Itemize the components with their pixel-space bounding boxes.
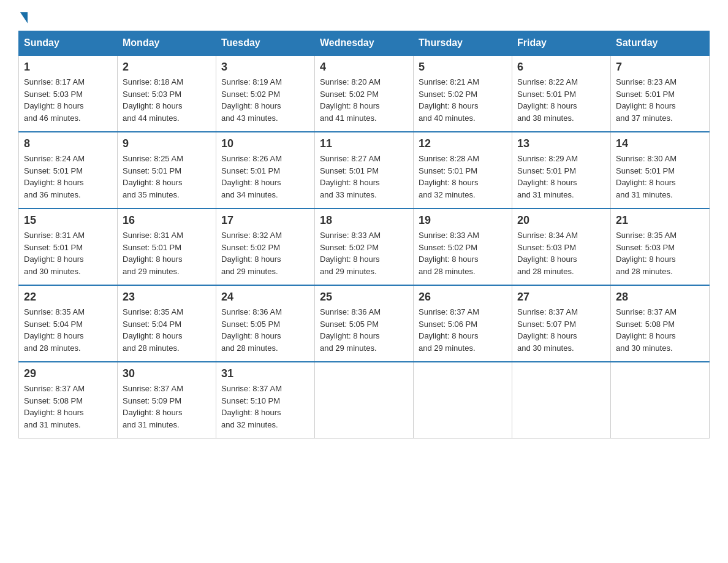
day-number: 13 [517,137,605,150]
day-number: 23 [123,291,211,304]
header-day-sunday: Sunday [19,31,118,56]
day-cell-13: 13Sunrise: 8:29 AMSunset: 5:01 PMDayligh… [512,132,611,209]
day-info: Sunrise: 8:22 AMSunset: 5:01 PMDaylight:… [517,76,605,124]
day-number: 2 [123,61,211,74]
header-day-saturday: Saturday [611,31,710,56]
day-cell-19: 19Sunrise: 8:33 AMSunset: 5:02 PMDayligh… [414,209,512,285]
day-cell-12: 12Sunrise: 8:28 AMSunset: 5:01 PMDayligh… [414,132,512,209]
day-number: 12 [419,137,507,150]
header-day-tuesday: Tuesday [216,31,315,56]
day-info: Sunrise: 8:18 AMSunset: 5:03 PMDaylight:… [123,76,211,124]
day-info: Sunrise: 8:34 AMSunset: 5:03 PMDaylight:… [517,229,605,277]
empty-cell [512,362,611,439]
day-cell-23: 23Sunrise: 8:35 AMSunset: 5:04 PMDayligh… [118,285,216,362]
day-info: Sunrise: 8:31 AMSunset: 5:01 PMDaylight:… [123,229,211,277]
day-info: Sunrise: 8:30 AMSunset: 5:01 PMDaylight:… [616,153,704,201]
day-cell-6: 6Sunrise: 8:22 AMSunset: 5:01 PMDaylight… [512,55,611,132]
day-cell-26: 26Sunrise: 8:37 AMSunset: 5:06 PMDayligh… [414,285,512,362]
day-number: 14 [616,137,704,150]
day-number: 15 [24,214,112,227]
day-number: 19 [419,214,507,227]
day-info: Sunrise: 8:36 AMSunset: 5:05 PMDaylight:… [221,306,309,354]
day-cell-31: 31Sunrise: 8:37 AMSunset: 5:10 PMDayligh… [216,362,315,439]
day-cell-20: 20Sunrise: 8:34 AMSunset: 5:03 PMDayligh… [512,209,611,285]
day-cell-29: 29Sunrise: 8:37 AMSunset: 5:08 PMDayligh… [19,362,118,439]
day-info: Sunrise: 8:35 AMSunset: 5:03 PMDaylight:… [616,229,704,277]
calendar-body: 1Sunrise: 8:17 AMSunset: 5:03 PMDaylight… [19,55,710,439]
day-number: 3 [221,61,309,74]
day-info: Sunrise: 8:25 AMSunset: 5:01 PMDaylight:… [123,153,211,201]
day-number: 7 [616,61,704,74]
header-day-monday: Monday [118,31,216,56]
day-info: Sunrise: 8:37 AMSunset: 5:08 PMDaylight:… [616,306,704,354]
day-info: Sunrise: 8:24 AMSunset: 5:01 PMDaylight:… [24,153,112,201]
day-info: Sunrise: 8:27 AMSunset: 5:01 PMDaylight:… [320,153,408,201]
empty-cell [414,362,512,439]
day-info: Sunrise: 8:19 AMSunset: 5:02 PMDaylight:… [221,76,309,124]
day-cell-7: 7Sunrise: 8:23 AMSunset: 5:01 PMDaylight… [611,55,710,132]
day-cell-3: 3Sunrise: 8:19 AMSunset: 5:02 PMDaylight… [216,55,315,132]
day-info: Sunrise: 8:33 AMSunset: 5:02 PMDaylight:… [419,229,507,277]
header-day-friday: Friday [512,31,611,56]
day-info: Sunrise: 8:32 AMSunset: 5:02 PMDaylight:… [221,229,309,277]
day-number: 20 [517,214,605,227]
day-info: Sunrise: 8:17 AMSunset: 5:03 PMDaylight:… [24,76,112,124]
day-cell-14: 14Sunrise: 8:30 AMSunset: 5:01 PMDayligh… [611,132,710,209]
day-cell-17: 17Sunrise: 8:32 AMSunset: 5:02 PMDayligh… [216,209,315,285]
day-number: 26 [419,291,507,304]
day-cell-22: 22Sunrise: 8:35 AMSunset: 5:04 PMDayligh… [19,285,118,362]
day-cell-16: 16Sunrise: 8:31 AMSunset: 5:01 PMDayligh… [118,209,216,285]
day-number: 18 [320,214,408,227]
day-cell-21: 21Sunrise: 8:35 AMSunset: 5:03 PMDayligh… [611,209,710,285]
day-cell-15: 15Sunrise: 8:31 AMSunset: 5:01 PMDayligh… [19,209,118,285]
day-info: Sunrise: 8:35 AMSunset: 5:04 PMDaylight:… [123,306,211,354]
week-row-3: 15Sunrise: 8:31 AMSunset: 5:01 PMDayligh… [19,209,710,285]
day-cell-9: 9Sunrise: 8:25 AMSunset: 5:01 PMDaylight… [118,132,216,209]
day-info: Sunrise: 8:37 AMSunset: 5:10 PMDaylight:… [221,383,309,431]
day-cell-18: 18Sunrise: 8:33 AMSunset: 5:02 PMDayligh… [315,209,414,285]
day-number: 17 [221,214,309,227]
day-cell-1: 1Sunrise: 8:17 AMSunset: 5:03 PMDaylight… [19,55,118,132]
calendar-header: SundayMondayTuesdayWednesdayThursdayFrid… [19,31,710,56]
day-number: 21 [616,214,704,227]
day-info: Sunrise: 8:23 AMSunset: 5:01 PMDaylight:… [616,76,704,124]
day-info: Sunrise: 8:20 AMSunset: 5:02 PMDaylight:… [320,76,408,124]
logo [18,12,28,25]
day-cell-30: 30Sunrise: 8:37 AMSunset: 5:09 PMDayligh… [118,362,216,439]
day-number: 11 [320,137,408,150]
day-info: Sunrise: 8:33 AMSunset: 5:02 PMDaylight:… [320,229,408,277]
day-info: Sunrise: 8:36 AMSunset: 5:05 PMDaylight:… [320,306,408,354]
header-day-thursday: Thursday [414,31,512,56]
header-row: SundayMondayTuesdayWednesdayThursdayFrid… [19,31,710,56]
day-number: 22 [24,291,112,304]
day-number: 31 [221,367,309,380]
week-row-2: 8Sunrise: 8:24 AMSunset: 5:01 PMDaylight… [19,132,710,209]
day-cell-8: 8Sunrise: 8:24 AMSunset: 5:01 PMDaylight… [19,132,118,209]
day-cell-5: 5Sunrise: 8:21 AMSunset: 5:02 PMDaylight… [414,55,512,132]
empty-cell [315,362,414,439]
day-cell-28: 28Sunrise: 8:37 AMSunset: 5:08 PMDayligh… [611,285,710,362]
empty-cell [611,362,710,439]
day-number: 24 [221,291,309,304]
day-cell-27: 27Sunrise: 8:37 AMSunset: 5:07 PMDayligh… [512,285,611,362]
day-cell-4: 4Sunrise: 8:20 AMSunset: 5:02 PMDaylight… [315,55,414,132]
week-row-5: 29Sunrise: 8:37 AMSunset: 5:08 PMDayligh… [19,362,710,439]
page-header [18,12,710,25]
day-info: Sunrise: 8:37 AMSunset: 5:08 PMDaylight:… [24,383,112,431]
day-number: 1 [24,61,112,74]
day-cell-25: 25Sunrise: 8:36 AMSunset: 5:05 PMDayligh… [315,285,414,362]
day-cell-2: 2Sunrise: 8:18 AMSunset: 5:03 PMDaylight… [118,55,216,132]
day-number: 16 [123,214,211,227]
day-number: 8 [24,137,112,150]
logo-triangle-icon [20,12,28,23]
day-cell-24: 24Sunrise: 8:36 AMSunset: 5:05 PMDayligh… [216,285,315,362]
day-info: Sunrise: 8:28 AMSunset: 5:01 PMDaylight:… [419,153,507,201]
day-number: 6 [517,61,605,74]
header-day-wednesday: Wednesday [315,31,414,56]
day-number: 4 [320,61,408,74]
week-row-1: 1Sunrise: 8:17 AMSunset: 5:03 PMDaylight… [19,55,710,132]
day-number: 25 [320,291,408,304]
day-info: Sunrise: 8:29 AMSunset: 5:01 PMDaylight:… [517,153,605,201]
day-number: 30 [123,367,211,380]
day-number: 10 [221,137,309,150]
